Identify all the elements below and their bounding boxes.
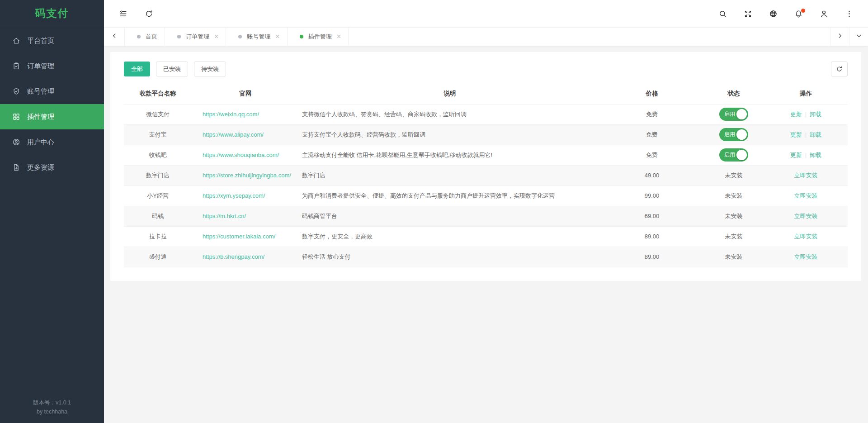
uninstall-link[interactable]: 卸载 (810, 131, 821, 138)
filter-pending-button[interactable]: 待安装 (194, 62, 226, 76)
official-site-link[interactable]: https://m.hkrt.cn/ (203, 213, 246, 219)
tab-orders[interactable]: 订单管理× (165, 28, 226, 46)
status-cell: 未安装 (703, 206, 764, 226)
description-cell: 数字支付，更安全，更高效 (299, 226, 600, 247)
price-cell: 89.00 (600, 226, 703, 247)
official-site-cell: https://b.shengpay.com/ (192, 247, 299, 267)
collapse-menu-icon[interactable] (119, 10, 127, 18)
table-row: 盛付通https://b.shengpay.com/轻松生活 放心支付89.00… (124, 247, 848, 267)
official-site-link[interactable]: https://xym.ysepay.com/ (203, 192, 265, 199)
filter-installed-button[interactable]: 已安装 (156, 62, 188, 76)
official-site-cell: https://customer.lakala.com/ (192, 226, 299, 247)
plugin-name-cell: 支付宝 (124, 124, 192, 145)
column-header: 官网 (192, 83, 299, 104)
close-icon[interactable]: × (214, 33, 218, 40)
official-site-link[interactable]: https://b.shengpay.com/ (203, 253, 264, 260)
tab-bar: 首页订单管理×账号管理×插件管理× (104, 28, 868, 46)
update-link[interactable]: 更新 (790, 131, 802, 138)
official-site-link[interactable]: https://weixin.qq.com/ (203, 111, 259, 118)
user-profile-icon[interactable] (820, 10, 828, 18)
close-icon[interactable]: × (275, 33, 279, 40)
official-site-link[interactable]: https://www.alipay.com/ (203, 131, 264, 138)
status-text: 未安装 (725, 233, 743, 240)
enable-toggle[interactable]: 启用 (719, 148, 748, 162)
sidebar-item-label: 订单管理 (27, 62, 54, 71)
tab-home[interactable]: 首页 (125, 28, 165, 46)
action-cell: 更新|卸载 (764, 145, 848, 165)
action-cell: 立即安装 (764, 226, 848, 247)
topbar-right-icons (718, 10, 854, 18)
tab-accounts[interactable]: 账号管理× (226, 28, 287, 46)
fullscreen-icon[interactable] (744, 10, 752, 18)
version-number: 版本号：v1.0.1 (0, 398, 104, 408)
sidebar-item-label: 平台首页 (27, 37, 54, 45)
topbar-left-icons (119, 10, 153, 18)
uninstall-link[interactable]: 卸载 (810, 152, 821, 158)
tab-status-dot (300, 35, 303, 38)
tabs-menu-button[interactable] (849, 28, 868, 46)
refresh-icon (835, 65, 844, 73)
filter-all-button[interactable]: 全部 (124, 62, 150, 76)
description-cell: 主流移动支付全能收 信用卡,花呗都能用,生意帮手收钱吧,移动收款就用它! (299, 145, 600, 165)
install-link[interactable]: 立即安装 (794, 192, 818, 199)
plugin-name-cell: 数字门店 (124, 165, 192, 185)
action-cell: 立即安装 (764, 165, 848, 185)
official-site-cell: https://weixin.qq.com/ (192, 104, 299, 124)
notification-bell-icon[interactable] (794, 10, 803, 18)
sidebar-item-plugins[interactable]: 插件管理 (0, 104, 104, 129)
description-cell: 为商户和消费者提供安全、便捷、高效的支付产品与服务助力商户提升运营效率，实现数字… (299, 185, 600, 206)
action-cell: 立即安装 (764, 247, 848, 267)
update-link[interactable]: 更新 (790, 111, 802, 118)
enable-toggle[interactable]: 启用 (719, 108, 748, 121)
sidebar-item-home[interactable]: 平台首页 (0, 28, 104, 53)
install-link[interactable]: 立即安装 (794, 233, 818, 240)
table-row: 微信支付https://weixin.qq.com/支持微信个人收款码、赞赏码、… (124, 104, 848, 124)
tabs-scroll-right-button[interactable] (830, 28, 849, 46)
close-icon[interactable]: × (337, 33, 341, 40)
main-area: 首页订单管理×账号管理×插件管理× 全部已安装待安装 收款平台名称官网说明价格状… (104, 0, 868, 423)
official-site-link[interactable]: https://customer.lakala.com/ (203, 233, 275, 240)
official-site-link[interactable]: https://www.shouqianba.com/ (203, 152, 279, 158)
tabs-scroll-left-button[interactable] (104, 28, 125, 46)
sidebar-item-resources[interactable]: 更多资源 (0, 155, 104, 180)
install-link[interactable]: 立即安装 (794, 253, 818, 260)
notification-dot (801, 9, 805, 13)
action-cell: 立即安装 (764, 185, 848, 206)
sidebar-item-orders[interactable]: 订单管理 (0, 53, 104, 79)
price-cell: 99.00 (600, 185, 703, 206)
status-cell: 未安装 (703, 185, 764, 206)
sidebar-item-label: 插件管理 (27, 113, 54, 121)
install-link[interactable]: 立即安装 (794, 172, 818, 179)
plugin-grid-icon (12, 113, 20, 121)
tab-status-dot (238, 35, 242, 38)
sidebar-nav: 平台首页订单管理账号管理插件管理用户中心更多资源 (0, 28, 104, 180)
order-clipboard-icon (12, 62, 20, 70)
sidebar-item-accounts[interactable]: 账号管理 (0, 79, 104, 104)
official-site-link[interactable]: https://store.zhihuijingyingba.com/ (203, 172, 291, 179)
install-link[interactable]: 立即安装 (794, 213, 818, 219)
sidebar-item-user-center[interactable]: 用户中心 (0, 129, 104, 155)
enable-toggle[interactable]: 启用 (719, 128, 748, 141)
uninstall-link[interactable]: 卸载 (810, 111, 821, 118)
official-site-cell: https://store.zhihuijingyingba.com/ (192, 165, 299, 185)
price-cell: 69.00 (600, 206, 703, 226)
action-cell: 立即安装 (764, 206, 848, 226)
toggle-label: 启用 (724, 110, 735, 118)
tab-status-dot (137, 35, 141, 38)
tab-plugins[interactable]: 插件管理× (288, 28, 349, 46)
action-separator: | (805, 131, 807, 138)
toggle-knob (736, 109, 747, 119)
search-icon[interactable] (718, 10, 727, 18)
sidebar: 码支付 平台首页订单管理账号管理插件管理用户中心更多资源 版本号：v1.0.1 … (0, 0, 104, 423)
sidebar-item-label: 更多资源 (27, 163, 54, 172)
version-credit: by techhaha (0, 407, 104, 417)
language-globe-icon[interactable] (769, 10, 778, 18)
user-center-icon (12, 138, 20, 146)
table-refresh-button[interactable] (831, 62, 848, 76)
action-cell: 更新|卸载 (764, 124, 848, 145)
official-site-cell: https://www.alipay.com/ (192, 124, 299, 145)
update-link[interactable]: 更新 (790, 152, 802, 158)
tabs-container: 首页订单管理×账号管理×插件管理× (125, 28, 349, 46)
refresh-icon[interactable] (145, 10, 153, 18)
more-menu-icon[interactable] (845, 10, 854, 18)
